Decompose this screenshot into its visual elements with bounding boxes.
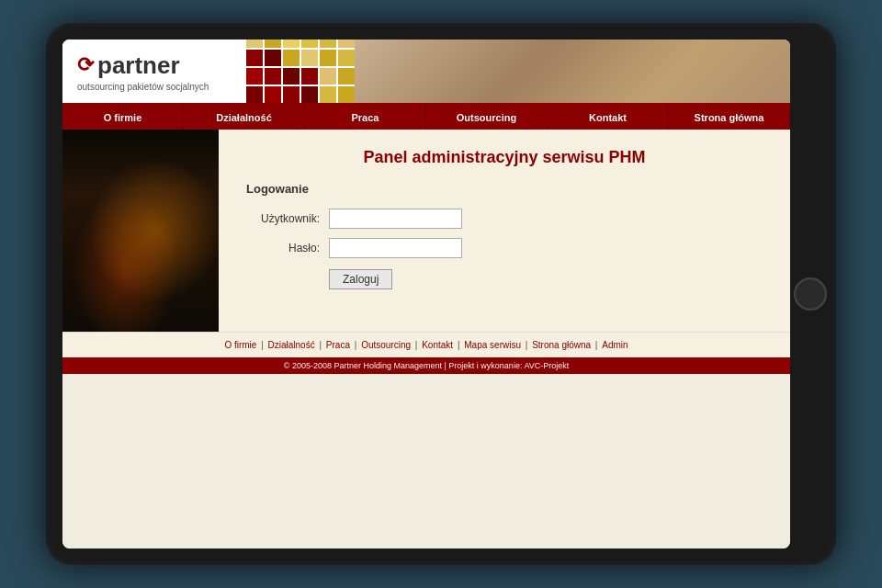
tablet-frame: ⟳ partner outsourcing pakietów socjalnyc… <box>46 23 836 565</box>
header-tile <box>320 50 336 66</box>
copyright-text: © 2005-2008 Partner Holding Management |… <box>284 361 569 370</box>
footer-link-praca[interactable]: Praca <box>326 340 350 350</box>
tablet-screen: ⟳ partner outsourcing pakietów socjalnyc… <box>62 40 790 548</box>
nav-item-strona-glowna[interactable]: Strona główna <box>669 106 790 130</box>
footer-separator: | <box>352 340 359 350</box>
logo-area: ⟳ partner outsourcing pakietów socjalnyc… <box>62 40 246 103</box>
footer-link-o-firmie[interactable]: O firmie <box>224 340 256 350</box>
username-row: Użytkownik: <box>246 209 763 229</box>
footer-separator: | <box>317 340 324 350</box>
password-label: Hasło: <box>246 242 329 254</box>
side-image <box>62 130 219 332</box>
header-tile <box>301 68 318 85</box>
header-tile <box>320 40 336 48</box>
footer-link-działalność[interactable]: Działalność <box>268 340 315 350</box>
photo-overlay <box>355 40 790 103</box>
header-tile <box>301 86 318 103</box>
side-image-overlay <box>62 130 219 332</box>
main-content: Panel administracyjny serwisu PHM Logowa… <box>62 130 790 332</box>
header-tile <box>320 68 336 85</box>
logo-subtitle: outsourcing pakietów socjalnych <box>77 82 232 92</box>
logo-icon: ⟳ <box>77 53 94 77</box>
button-row: Zaloguj <box>329 269 763 289</box>
header-tile <box>338 68 355 85</box>
login-area: Panel administracyjny serwisu PHM Logowa… <box>219 130 790 332</box>
footer-link-strona-główna[interactable]: Strona główna <box>532 340 591 350</box>
nav-item-kontakt[interactable]: Kontakt <box>548 106 669 130</box>
header-tile <box>283 40 300 48</box>
header-tile <box>265 68 281 85</box>
section-title: Logowanie <box>246 182 763 196</box>
header-tile <box>283 68 300 85</box>
header-photo <box>355 40 790 103</box>
header-tile <box>283 50 300 66</box>
footer-link-admin[interactable]: Admin <box>602 340 628 350</box>
nav-item-o-firmie[interactable]: O firmie <box>62 106 184 130</box>
logo-text: partner <box>97 51 180 80</box>
header-tile <box>338 86 355 103</box>
header-tile <box>320 86 336 103</box>
nav-item-praca[interactable]: Praca <box>305 106 426 130</box>
footer-links: O firmie | Działalność | Praca | Outsour… <box>62 332 790 357</box>
password-row: Hasło: <box>246 238 763 258</box>
nav-item-outsourcing[interactable]: Outsourcing <box>426 106 548 130</box>
nav-item-dzialalnosc[interactable]: Działalność <box>184 106 305 130</box>
site-nav: O firmieDziałalnośćPracaOutsourcingKonta… <box>62 106 790 130</box>
page-title: Panel administracyjny serwisu PHM <box>246 148 763 167</box>
footer-link-mapa-serwisu[interactable]: Mapa serwisu <box>464 340 521 350</box>
footer-bottom: © 2005-2008 Partner Holding Management |… <box>62 357 790 374</box>
header-tile <box>265 86 281 103</box>
username-label: Użytkownik: <box>246 212 329 225</box>
header-tile <box>283 86 300 103</box>
footer-separator: | <box>258 340 266 350</box>
header-tile <box>301 40 318 48</box>
header-tile <box>265 40 281 48</box>
header-tile <box>246 68 263 85</box>
password-input[interactable] <box>329 238 462 258</box>
tiles-grid <box>246 40 355 103</box>
header-tiles <box>246 40 355 103</box>
login-button[interactable]: Zaloguj <box>329 269 392 289</box>
header-tile <box>301 50 318 66</box>
header-tile <box>246 40 263 48</box>
footer-separator: | <box>455 340 462 350</box>
footer-link-outsourcing[interactable]: Outsourcing <box>361 340 411 350</box>
username-input[interactable] <box>329 209 462 229</box>
footer-separator: | <box>593 340 600 350</box>
header-tile <box>246 50 263 66</box>
header-tile <box>338 50 355 66</box>
home-button[interactable] <box>794 277 827 311</box>
header-tile <box>265 50 281 66</box>
footer-link-kontakt[interactable]: Kontakt <box>422 340 453 350</box>
header-tile <box>338 40 355 48</box>
footer-separator: | <box>413 340 420 350</box>
site-header: ⟳ partner outsourcing pakietów socjalnyc… <box>62 40 790 106</box>
header-tile <box>246 86 263 103</box>
logo: ⟳ partner <box>77 51 232 80</box>
footer-separator: | <box>523 340 530 350</box>
website: ⟳ partner outsourcing pakietów socjalnyc… <box>62 40 790 548</box>
